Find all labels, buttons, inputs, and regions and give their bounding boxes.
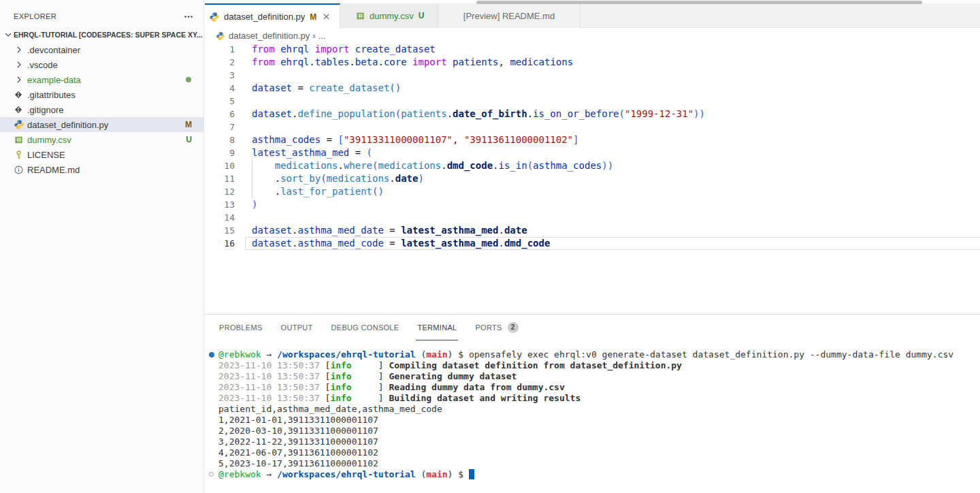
code-line-4[interactable]: 4dataset = create_dataset() — [205, 82, 980, 95]
panel-tab-label: DEBUG CONSOLE — [331, 323, 399, 332]
scrollbar-thumb[interactable] — [476, 1, 922, 4]
code-line-1[interactable]: 1from ehrql import create_dataset — [205, 43, 980, 56]
breadcrumb-file[interactable]: dataset_definition.py — [229, 31, 310, 41]
line-number: 3 — [205, 69, 235, 82]
line-number: 6 — [205, 108, 235, 121]
panel-tab-label: PORTS — [475, 323, 502, 332]
panel-tab-terminal[interactable]: TERMINAL — [416, 315, 458, 340]
code-text — [235, 69, 980, 82]
code-line-16[interactable]: 16dataset.asthma_med_code = latest_asthm… — [205, 237, 980, 250]
git-status-badge: M — [185, 120, 192, 129]
tab-dirty-badge: M — [310, 12, 316, 22]
code-line-12[interactable]: 12 .last_for_patient() — [205, 185, 980, 198]
panel-tab-ports[interactable]: PORTS2 — [474, 315, 519, 340]
line-number: 16 — [205, 237, 235, 250]
chevron-right-icon: › — [312, 31, 315, 41]
sidebar-item-readme-md[interactable]: README.md — [0, 162, 203, 177]
python-icon — [209, 12, 220, 22]
more-actions-icon[interactable] — [183, 11, 194, 22]
file-label: README.md — [27, 165, 80, 175]
command-success-decoration[interactable] — [209, 352, 214, 357]
workspace-header[interactable]: EHRQL-TUTORIAL [CODESPACES: SUPER SPACE … — [0, 27, 203, 42]
tab-dummy-csv[interactable]: dummy.csvU — [340, 3, 438, 28]
terminal-line: 2023-11-10 13:50:37 [info ] Reading dumm… — [205, 382, 980, 393]
tab-dataset-definition-py[interactable]: dataset_definition.pyM — [205, 3, 340, 29]
code-line-8[interactable]: 8asthma_codes = ["39113311000001107", "3… — [205, 133, 980, 146]
sidebar-item--vscode[interactable]: .vscode — [0, 57, 203, 72]
line-number: 11 — [205, 172, 235, 185]
sidebar-item-example-data[interactable]: example-data — [0, 72, 203, 87]
terminal-line: 1,2021-01-01,39113311000001107 — [205, 415, 980, 426]
terminal-line: 2,2020-03-10,39113311000001107 — [205, 426, 980, 436]
command-pending-decoration[interactable] — [209, 472, 214, 477]
git-icon — [14, 90, 23, 99]
code-text — [235, 121, 980, 133]
explorer-title: EXPLORER — [14, 12, 56, 20]
line-number: 5 — [205, 95, 235, 108]
tab-bar: dataset_definition.pyMdummy.csvU[Preview… — [205, 3, 980, 28]
tab-label: dummy.csv — [370, 11, 414, 21]
code-text — [235, 211, 980, 224]
code-line-11[interactable]: 11 .sort_by(medications.date) — [205, 172, 980, 185]
sidebar-item--gitattributes[interactable]: .gitattributes — [0, 87, 203, 102]
git-status-badge: U — [186, 135, 192, 144]
workspace-title: EHRQL-TUTORIAL [CODESPACES: SUPER SPACE … — [14, 31, 203, 39]
panel-tab-label: OUTPUT — [281, 323, 313, 332]
chevron-down-icon — [3, 29, 14, 40]
code-text: dataset.define_population(patients.date_… — [235, 108, 980, 121]
file-label: example-data — [27, 75, 81, 85]
sidebar-item--gitignore[interactable]: .gitignore — [0, 102, 203, 117]
panel-tab-bar: PROBLEMSOUTPUTDEBUG CONSOLETERMINALPORTS… — [205, 315, 980, 340]
file-label: .gitattributes — [27, 90, 76, 100]
code-editor[interactable]: 1from ehrql import create_dataset2from e… — [205, 43, 980, 314]
code-line-15[interactable]: 15dataset.asthma_med_date = latest_asthm… — [205, 224, 980, 237]
terminal[interactable]: @rebkwok → /workspaces/ehrql-tutorial (m… — [205, 349, 980, 480]
line-number: 7 — [205, 121, 235, 133]
csv-icon — [14, 135, 24, 145]
editor-group: dataset_definition.pyMdummy.csvU[Preview… — [205, 0, 980, 493]
code-line-6[interactable]: 6dataset.define_population(patients.date… — [205, 108, 980, 121]
code-line-3[interactable]: 3 — [205, 69, 980, 82]
code-line-9[interactable]: 9latest_asthma_med = ( — [205, 146, 980, 159]
git-untracked-dot — [186, 77, 191, 82]
code-text: .sort_by(medications.date) — [235, 172, 980, 185]
code-line-2[interactable]: 2from ehrql.tables.beta.core import pati… — [205, 56, 980, 69]
line-number: 8 — [205, 133, 235, 146]
code-text: medications.where(medications.dmd_code.i… — [235, 159, 980, 172]
tab-dirty-badge: U — [419, 11, 425, 20]
panel-tab-problems[interactable]: PROBLEMS — [218, 315, 264, 340]
line-number: 15 — [205, 224, 235, 237]
code-line-13[interactable]: 13) — [205, 198, 980, 211]
chevron-right-icon — [14, 74, 24, 85]
breadcrumb-symbol[interactable]: ... — [318, 31, 326, 41]
line-number: 9 — [205, 146, 235, 159]
panel-tab-label: PROBLEMS — [219, 323, 263, 332]
line-number: 13 — [205, 198, 235, 211]
info-icon — [14, 165, 24, 175]
sidebar-item-license[interactable]: LICENSE — [0, 147, 203, 162]
line-number: 12 — [205, 185, 235, 198]
code-line-7[interactable]: 7 — [205, 121, 980, 133]
close-icon[interactable] — [321, 12, 331, 22]
git-icon — [14, 105, 23, 114]
chevron-right-icon — [14, 44, 24, 55]
tab--preview-readme-md[interactable]: [Preview] README.md — [438, 3, 581, 28]
terminal-line: 3,2022-11-22,39113311000001107 — [205, 436, 980, 447]
code-text: latest_asthma_med = ( — [235, 146, 980, 159]
code-line-14[interactable]: 14 — [205, 211, 980, 224]
file-label: dummy.csv — [27, 135, 71, 145]
tab-label: [Preview] README.md — [463, 11, 555, 21]
line-number: 4 — [205, 82, 235, 95]
sidebar-item-dummy-csv[interactable]: dummy.csvU — [0, 132, 203, 147]
panel-tab-debug-console[interactable]: DEBUG CONSOLE — [330, 315, 401, 340]
sidebar-item-dataset-definition-py[interactable]: dataset_definition.pyM — [0, 117, 203, 132]
file-label: dataset_definition.py — [27, 120, 108, 130]
sidebar-item--devcontainer[interactable]: .devcontainer — [0, 42, 203, 57]
terminal-cursor — [469, 469, 474, 479]
code-line-5[interactable]: 5 — [205, 95, 980, 108]
file-label: LICENSE — [27, 150, 65, 160]
code-line-10[interactable]: 10 medications.where(medications.dmd_cod… — [205, 159, 980, 172]
line-number: 14 — [205, 211, 235, 224]
panel-tab-output[interactable]: OUTPUT — [280, 315, 314, 340]
terminal-line: 2023-11-10 13:50:37 [info ] Generating d… — [205, 371, 980, 382]
